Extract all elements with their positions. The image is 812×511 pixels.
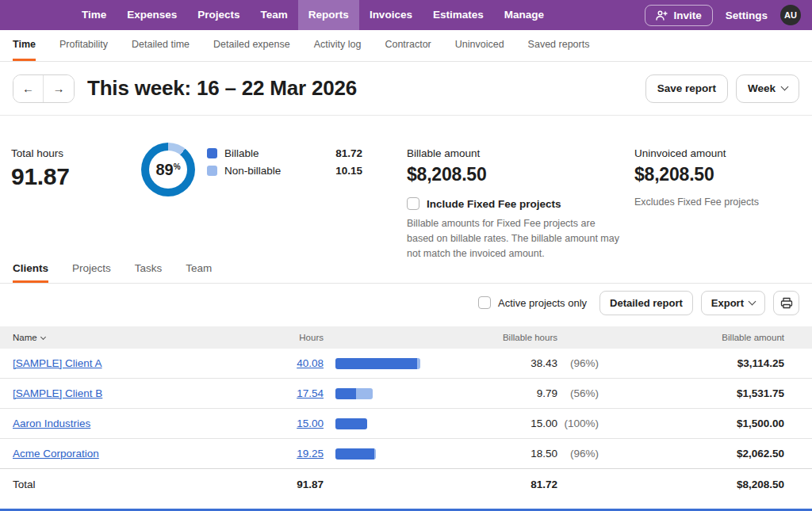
- page-title: This week: 16 – 22 Mar 2026: [87, 76, 357, 101]
- nav-item-team[interactable]: Team: [251, 0, 298, 30]
- uninvoiced-amount-label: Uninvoiced amount: [634, 147, 801, 159]
- summary-section: Total hours 91.87 89% Billable 81.72 Non…: [0, 116, 812, 255]
- billable-legend: Billable 81.72 Non-billable 10.15: [207, 147, 362, 182]
- invite-label: Invite: [673, 10, 701, 21]
- print-button[interactable]: [773, 291, 799, 315]
- nav-item-expenses[interactable]: Expenses: [117, 0, 187, 30]
- total-hours-value: 91.87: [11, 163, 70, 190]
- total-hours: 91.87: [285, 479, 324, 490]
- title-actions: Save report Week: [645, 74, 799, 103]
- billable-swatch-icon: [207, 148, 217, 158]
- hours-link[interactable]: 19.25: [297, 448, 324, 460]
- total-billable-hours: 81.72: [458, 479, 557, 490]
- detailed-report-button[interactable]: Detailed report: [599, 291, 693, 315]
- tab-projects[interactable]: Projects: [72, 255, 111, 283]
- legend-nonbillable-row: Non-billable 10.15: [207, 165, 362, 177]
- tab-detailed-expense[interactable]: Detailed expense: [213, 30, 290, 61]
- tab-detailed-time[interactable]: Detailed time: [132, 30, 190, 61]
- client-link[interactable]: Acme Corporation: [13, 448, 99, 460]
- total-billable-amount: $8,208.50: [599, 479, 784, 490]
- person-add-icon: [656, 10, 668, 21]
- table-controls: Active projects only Detailed report Exp…: [0, 284, 812, 322]
- billable-amount-value: $1,500.00: [599, 418, 784, 429]
- hours-link[interactable]: 40.08: [297, 357, 324, 369]
- table-total-row: Total 91.87 81.72 $8,208.50: [0, 468, 812, 500]
- client-link[interactable]: [SAMPLE] Client A: [13, 357, 102, 369]
- hours-link[interactable]: 17.54: [297, 387, 324, 399]
- tab-time[interactable]: Time: [13, 30, 36, 61]
- billable-amount-label: Billable amount: [407, 147, 622, 159]
- invite-button[interactable]: Invite: [645, 5, 712, 26]
- billable-hours-value: 15.00: [458, 418, 557, 429]
- table-row: Acme Corporation 19.25 18.50 (96%) $2,06…: [0, 439, 812, 469]
- tab-profitability[interactable]: Profitability: [59, 30, 108, 61]
- export-button[interactable]: Export: [701, 291, 765, 315]
- client-link[interactable]: [SAMPLE] Client B: [13, 387, 102, 399]
- nav-item-invoices[interactable]: Invoices: [359, 0, 423, 30]
- billable-amount-value: $3,114.25: [599, 357, 784, 369]
- billable-percent: (56%): [557, 387, 599, 399]
- table-row: [SAMPLE] Client A 40.08 38.43 (96%) $3,1…: [0, 349, 812, 379]
- billable-hours-total: 81.72: [335, 147, 362, 159]
- legend-billable-row: Billable 81.72: [207, 147, 362, 159]
- nonbillable-hours-total: 10.15: [335, 165, 362, 177]
- tab-uninvoiced[interactable]: Uninvoiced: [455, 30, 504, 61]
- hours-bar: [335, 388, 373, 399]
- total-hours-label: Total hours: [11, 147, 70, 159]
- nav-item-estimates[interactable]: Estimates: [423, 0, 494, 30]
- uninvoiced-amount-block: Uninvoiced amount $8,208.50 Excludes Fix…: [634, 147, 801, 210]
- table-row: Aaron Industries 15.00 15.00 (100%) $1,5…: [0, 409, 812, 439]
- billable-hours-value: 9.79: [458, 387, 557, 399]
- include-fixed-fee-label: Include Fixed Fee projects: [427, 198, 561, 210]
- billable-amount-block: Billable amount $8,208.50 Include Fixed …: [407, 147, 622, 261]
- billable-hours-value: 18.50: [458, 448, 557, 460]
- billable-amount-value: $8,208.50: [407, 164, 622, 185]
- tab-saved-reports[interactable]: Saved reports: [528, 30, 590, 61]
- nonbillable-swatch-icon: [207, 166, 217, 176]
- nav-item-time[interactable]: Time: [71, 0, 117, 30]
- billable-amount-value: $1,531.75: [599, 387, 784, 399]
- billable-hours-value: 38.43: [458, 357, 557, 369]
- active-projects-checkbox-row[interactable]: Active projects only: [478, 296, 587, 309]
- nav-item-manage[interactable]: Manage: [494, 0, 554, 30]
- hours-link[interactable]: 15.00: [297, 418, 324, 429]
- active-projects-label: Active projects only: [498, 297, 587, 309]
- billable-percent: (100%): [557, 418, 599, 429]
- include-fixed-fee-checkbox-row[interactable]: Include Fixed Fee projects: [407, 197, 622, 210]
- tab-team[interactable]: Team: [186, 255, 212, 283]
- column-header-billable-amount: Billable amount: [599, 333, 784, 342]
- active-projects-checkbox[interactable]: [478, 296, 491, 309]
- uninvoiced-note: Excludes Fixed Fee projects: [634, 195, 801, 210]
- billable-percent: (96%): [557, 357, 599, 369]
- include-fixed-fee-checkbox[interactable]: [407, 197, 419, 210]
- top-nav: Time Expenses Projects Team Reports Invo…: [0, 0, 812, 30]
- chevron-down-icon: [749, 297, 756, 305]
- fixed-fee-note: Billable amounts for Fixed Fee projects …: [407, 216, 622, 261]
- settings-link[interactable]: Settings: [726, 10, 768, 21]
- user-avatar[interactable]: AU: [780, 5, 801, 25]
- nav-item-reports[interactable]: Reports: [298, 0, 359, 30]
- tab-contractor[interactable]: Contractor: [385, 30, 431, 61]
- donut-percent: 89%: [141, 143, 195, 196]
- nonbillable-label: Non-billable: [224, 165, 281, 177]
- tab-tasks[interactable]: Tasks: [135, 255, 163, 283]
- hours-bar: [335, 358, 420, 369]
- period-select-button[interactable]: Week: [736, 74, 799, 103]
- export-label: Export: [711, 297, 744, 309]
- report-tabs: Time Profitability Detailed time Detaile…: [0, 30, 812, 62]
- table-row: [SAMPLE] Client B 17.54 9.79 (56%) $1,53…: [0, 379, 812, 409]
- total-hours-block: Total hours 91.87: [11, 147, 70, 190]
- period-label: Week: [748, 82, 776, 94]
- billable-amount-value: $2,062.50: [599, 448, 784, 460]
- week-nav-arrows: ← →: [13, 74, 75, 103]
- billable-percent: (96%): [557, 448, 599, 460]
- column-header-name[interactable]: Name: [13, 333, 285, 342]
- previous-week-button[interactable]: ←: [13, 75, 44, 102]
- nav-item-projects[interactable]: Projects: [187, 0, 250, 30]
- total-label: Total: [13, 479, 285, 490]
- save-report-button[interactable]: Save report: [645, 74, 728, 103]
- tab-clients[interactable]: Clients: [13, 255, 48, 283]
- next-week-button[interactable]: →: [44, 75, 74, 102]
- client-link[interactable]: Aaron Industries: [13, 418, 90, 429]
- tab-activity-log[interactable]: Activity log: [314, 30, 362, 61]
